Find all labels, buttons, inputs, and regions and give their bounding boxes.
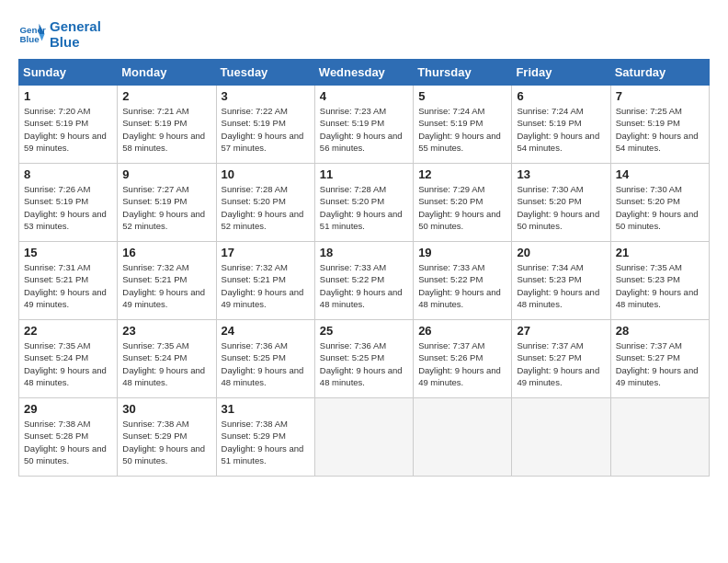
calendar-cell: 12Sunrise: 7:29 AM Sunset: 5:20 PM Dayli… — [414, 164, 512, 242]
day-number: 24 — [222, 324, 310, 338]
day-info: Sunrise: 7:32 AM Sunset: 5:21 PM Dayligh… — [222, 261, 310, 310]
day-info: Sunrise: 7:37 AM Sunset: 5:26 PM Dayligh… — [418, 339, 506, 388]
calendar-cell: 3Sunrise: 7:22 AM Sunset: 5:19 PM Daylig… — [216, 86, 314, 164]
day-info: Sunrise: 7:24 AM Sunset: 5:19 PM Dayligh… — [418, 105, 506, 154]
calendar-cell: 2Sunrise: 7:21 AM Sunset: 5:19 PM Daylig… — [118, 86, 216, 164]
calendar-cell — [314, 398, 413, 477]
logo: General Blue GeneralBlue — [18, 18, 101, 50]
calendar-cell: 26Sunrise: 7:37 AM Sunset: 5:26 PM Dayli… — [414, 320, 512, 398]
day-number: 4 — [320, 89, 408, 103]
calendar-table: SundayMondayTuesdayWednesdayThursdayFrid… — [18, 59, 710, 477]
calendar-week-3: 15Sunrise: 7:31 AM Sunset: 5:21 PM Dayli… — [19, 242, 710, 320]
day-info: Sunrise: 7:26 AM Sunset: 5:19 PM Dayligh… — [24, 183, 112, 232]
calendar-cell: 28Sunrise: 7:37 AM Sunset: 5:27 PM Dayli… — [610, 320, 709, 398]
day-number: 30 — [122, 402, 210, 416]
calendar-cell: 5Sunrise: 7:24 AM Sunset: 5:19 PM Daylig… — [414, 86, 512, 164]
calendar-cell: 11Sunrise: 7:28 AM Sunset: 5:20 PM Dayli… — [314, 164, 413, 242]
calendar-week-2: 8Sunrise: 7:26 AM Sunset: 5:19 PM Daylig… — [19, 164, 710, 242]
day-info: Sunrise: 7:38 AM Sunset: 5:29 PM Dayligh… — [122, 418, 210, 466]
calendar-cell: 4Sunrise: 7:23 AM Sunset: 5:19 PM Daylig… — [314, 86, 413, 164]
svg-text:Blue: Blue — [20, 34, 40, 44]
day-number: 2 — [122, 89, 210, 103]
day-info: Sunrise: 7:36 AM Sunset: 5:25 PM Dayligh… — [320, 339, 408, 388]
day-header-tuesday: Tuesday — [216, 60, 314, 86]
day-number: 22 — [24, 324, 112, 338]
day-number: 13 — [517, 167, 605, 181]
calendar-cell: 13Sunrise: 7:30 AM Sunset: 5:20 PM Dayli… — [512, 164, 610, 242]
day-info: Sunrise: 7:38 AM Sunset: 5:28 PM Dayligh… — [24, 418, 112, 466]
day-info: Sunrise: 7:32 AM Sunset: 5:21 PM Dayligh… — [122, 261, 210, 310]
day-number: 15 — [24, 246, 112, 259]
calendar-cell: 16Sunrise: 7:32 AM Sunset: 5:21 PM Dayli… — [118, 242, 216, 320]
day-info: Sunrise: 7:25 AM Sunset: 5:19 PM Dayligh… — [616, 105, 704, 154]
calendar-cell — [512, 398, 610, 477]
calendar-cell: 24Sunrise: 7:36 AM Sunset: 5:25 PM Dayli… — [216, 320, 314, 398]
day-number: 18 — [320, 246, 408, 259]
calendar-cell: 27Sunrise: 7:37 AM Sunset: 5:27 PM Dayli… — [512, 320, 610, 398]
calendar-cell: 6Sunrise: 7:24 AM Sunset: 5:19 PM Daylig… — [512, 86, 610, 164]
day-number: 23 — [122, 324, 210, 338]
day-header-wednesday: Wednesday — [314, 60, 413, 86]
day-info: Sunrise: 7:38 AM Sunset: 5:29 PM Dayligh… — [222, 418, 310, 466]
day-number: 9 — [122, 167, 210, 181]
calendar-cell: 17Sunrise: 7:32 AM Sunset: 5:21 PM Dayli… — [216, 242, 314, 320]
day-number: 21 — [616, 246, 704, 259]
day-number: 14 — [616, 167, 704, 181]
day-number: 20 — [517, 246, 605, 259]
calendar-cell — [610, 398, 709, 477]
day-info: Sunrise: 7:33 AM Sunset: 5:22 PM Dayligh… — [418, 261, 506, 310]
day-header-monday: Monday — [118, 60, 216, 86]
day-number: 27 — [517, 324, 605, 338]
day-info: Sunrise: 7:22 AM Sunset: 5:19 PM Dayligh… — [222, 105, 310, 154]
day-header-saturday: Saturday — [610, 60, 709, 86]
calendar-cell: 7Sunrise: 7:25 AM Sunset: 5:19 PM Daylig… — [610, 86, 709, 164]
day-number: 29 — [24, 402, 112, 416]
day-number: 31 — [222, 402, 310, 416]
day-info: Sunrise: 7:37 AM Sunset: 5:27 PM Dayligh… — [517, 339, 605, 388]
calendar-week-5: 29Sunrise: 7:38 AM Sunset: 5:28 PM Dayli… — [19, 398, 710, 477]
day-number: 11 — [320, 167, 408, 181]
day-info: Sunrise: 7:21 AM Sunset: 5:19 PM Dayligh… — [122, 105, 210, 154]
day-number: 7 — [616, 89, 704, 103]
calendar-cell: 22Sunrise: 7:35 AM Sunset: 5:24 PM Dayli… — [19, 320, 118, 398]
day-number: 1 — [24, 89, 112, 103]
day-number: 28 — [616, 324, 704, 338]
day-number: 8 — [24, 167, 112, 181]
day-info: Sunrise: 7:27 AM Sunset: 5:19 PM Dayligh… — [122, 183, 210, 232]
calendar-cell: 19Sunrise: 7:33 AM Sunset: 5:22 PM Dayli… — [414, 242, 512, 320]
day-number: 12 — [418, 167, 506, 181]
day-number: 5 — [418, 89, 506, 103]
calendar-cell: 20Sunrise: 7:34 AM Sunset: 5:23 PM Dayli… — [512, 242, 610, 320]
day-info: Sunrise: 7:35 AM Sunset: 5:23 PM Dayligh… — [616, 261, 704, 310]
calendar-cell: 1Sunrise: 7:20 AM Sunset: 5:19 PM Daylig… — [19, 86, 118, 164]
day-info: Sunrise: 7:29 AM Sunset: 5:20 PM Dayligh… — [418, 183, 506, 232]
logo-icon: General Blue — [18, 20, 46, 48]
day-number: 3 — [222, 89, 310, 103]
day-number: 6 — [517, 89, 605, 103]
day-number: 16 — [122, 246, 210, 259]
day-info: Sunrise: 7:28 AM Sunset: 5:20 PM Dayligh… — [320, 183, 408, 232]
calendar-cell: 23Sunrise: 7:35 AM Sunset: 5:24 PM Dayli… — [118, 320, 216, 398]
day-number: 25 — [320, 324, 408, 338]
calendar-cell: 10Sunrise: 7:28 AM Sunset: 5:20 PM Dayli… — [216, 164, 314, 242]
calendar-cell — [414, 398, 512, 477]
day-info: Sunrise: 7:36 AM Sunset: 5:25 PM Dayligh… — [222, 339, 310, 388]
calendar-cell: 31Sunrise: 7:38 AM Sunset: 5:29 PM Dayli… — [216, 398, 314, 477]
page-header: General Blue GeneralBlue — [18, 18, 710, 50]
day-info: Sunrise: 7:30 AM Sunset: 5:20 PM Dayligh… — [616, 183, 704, 232]
day-info: Sunrise: 7:37 AM Sunset: 5:27 PM Dayligh… — [616, 339, 704, 388]
calendar-week-1: 1Sunrise: 7:20 AM Sunset: 5:19 PM Daylig… — [19, 86, 710, 164]
calendar-body: 1Sunrise: 7:20 AM Sunset: 5:19 PM Daylig… — [19, 86, 710, 477]
day-header-thursday: Thursday — [414, 60, 512, 86]
calendar-cell: 18Sunrise: 7:33 AM Sunset: 5:22 PM Dayli… — [314, 242, 413, 320]
day-header-sunday: Sunday — [19, 60, 118, 86]
svg-marker-3 — [40, 34, 45, 41]
day-info: Sunrise: 7:33 AM Sunset: 5:22 PM Dayligh… — [320, 261, 408, 310]
day-number: 26 — [418, 324, 506, 338]
calendar-cell: 9Sunrise: 7:27 AM Sunset: 5:19 PM Daylig… — [118, 164, 216, 242]
calendar-cell: 30Sunrise: 7:38 AM Sunset: 5:29 PM Dayli… — [118, 398, 216, 477]
calendar-week-4: 22Sunrise: 7:35 AM Sunset: 5:24 PM Dayli… — [19, 320, 710, 398]
day-info: Sunrise: 7:28 AM Sunset: 5:20 PM Dayligh… — [222, 183, 310, 232]
day-info: Sunrise: 7:34 AM Sunset: 5:23 PM Dayligh… — [517, 261, 605, 310]
calendar-cell: 15Sunrise: 7:31 AM Sunset: 5:21 PM Dayli… — [19, 242, 118, 320]
